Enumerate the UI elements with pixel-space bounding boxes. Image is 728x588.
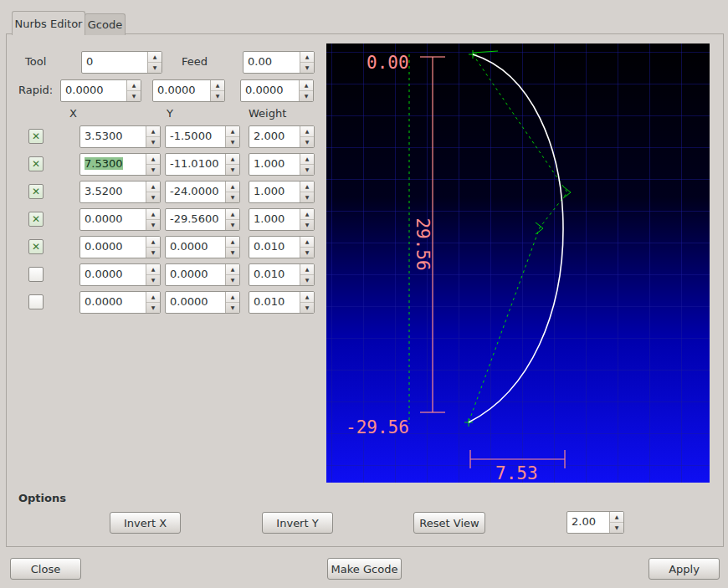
rapid-z-input[interactable]: 0.0000 ▲▼ [240, 79, 314, 102]
spin-buttons[interactable]: ▲▼ [146, 126, 160, 147]
spin-buttons[interactable]: ▲▼ [146, 264, 160, 285]
spin-up-icon[interactable]: ▲ [148, 52, 161, 63]
spin-down-icon[interactable]: ▼ [300, 275, 314, 285]
tool-input[interactable]: 0 ▲▼ [81, 51, 162, 74]
spin-buttons[interactable]: ▲▼ [225, 292, 239, 313]
feed-input[interactable]: 0.00 ▲▼ [243, 51, 315, 74]
point-x-input[interactable]: 0.0000▲▼ [79, 208, 161, 231]
spin-up-icon[interactable]: ▲ [146, 209, 160, 220]
point-y-input[interactable]: 0.0000▲▼ [165, 236, 240, 258]
point-enabled-checkbox[interactable]: ✕ [28, 156, 44, 171]
spin-down-icon[interactable]: ▼ [146, 192, 160, 202]
spin-down-icon[interactable]: ▼ [146, 220, 160, 230]
spin-down-icon[interactable]: ▼ [226, 192, 239, 202]
spin-up-icon[interactable]: ▲ [300, 264, 314, 275]
point-enabled-checkbox[interactable]: ✕ [28, 294, 44, 309]
spin-up-icon[interactable]: ▲ [127, 80, 141, 91]
spin-down-icon[interactable]: ▼ [300, 137, 314, 147]
point-weight-input[interactable]: 1.000▲▼ [249, 181, 315, 203]
point-enabled-checkbox[interactable]: ✕ [28, 239, 44, 254]
spin-buttons[interactable]: ▲▼ [300, 292, 314, 313]
spin-down-icon[interactable]: ▼ [610, 523, 623, 533]
rapid-x-spin-buttons[interactable]: ▲▼ [126, 80, 141, 101]
scale-input[interactable]: 2.00 ▲▼ [567, 511, 624, 534]
spin-buttons[interactable]: ▲▼ [225, 264, 239, 285]
point-weight-input[interactable]: 1.000▲▼ [249, 208, 315, 231]
spin-up-icon[interactable]: ▲ [300, 154, 314, 165]
spin-down-icon[interactable]: ▼ [148, 63, 161, 73]
spin-down-icon[interactable]: ▼ [226, 165, 239, 175]
point-enabled-checkbox[interactable]: ✕ [28, 212, 44, 227]
point-weight-input[interactable]: 0.010▲▼ [249, 291, 315, 314]
spin-up-icon[interactable]: ▲ [610, 512, 623, 523]
spin-buttons[interactable]: ▲▼ [146, 292, 160, 313]
point-y-input[interactable]: -11.0100▲▼ [165, 153, 240, 176]
spin-buttons[interactable]: ▲▼ [146, 209, 160, 230]
point-y-input[interactable]: -29.5600▲▼ [165, 208, 240, 231]
spin-down-icon[interactable]: ▼ [127, 91, 141, 101]
spin-down-icon[interactable]: ▼ [146, 275, 160, 285]
spin-buttons[interactable]: ▲▼ [300, 182, 314, 202]
spin-up-icon[interactable]: ▲ [146, 154, 160, 165]
point-weight-input[interactable]: 0.010▲▼ [249, 236, 315, 258]
spin-down-icon[interactable]: ▼ [226, 137, 239, 147]
feed-spin-buttons[interactable]: ▲▼ [300, 52, 314, 73]
point-y-input[interactable]: 0.0000▲▼ [165, 291, 240, 314]
rapid-z-spin-buttons[interactable]: ▲▼ [299, 80, 313, 101]
rapid-y-input[interactable]: 0.0000 ▲▼ [152, 79, 225, 102]
nurbs-preview-canvas[interactable]: 0.00 29.56 -29.56 7.53 [326, 43, 710, 483]
spin-up-icon[interactable]: ▲ [146, 237, 160, 248]
spin-up-icon[interactable]: ▲ [226, 237, 239, 248]
rapid-y-spin-buttons[interactable]: ▲▼ [210, 80, 224, 101]
spin-buttons[interactable]: ▲▼ [300, 264, 314, 285]
point-y-input[interactable]: 0.0000▲▼ [165, 263, 240, 286]
spin-down-icon[interactable]: ▼ [226, 275, 239, 285]
spin-buttons[interactable]: ▲▼ [300, 154, 314, 175]
point-y-input[interactable]: -1.5000▲▼ [165, 125, 240, 148]
point-enabled-checkbox[interactable]: ✕ [28, 267, 44, 282]
spin-buttons[interactable]: ▲▼ [225, 182, 239, 202]
spin-up-icon[interactable]: ▲ [146, 264, 160, 275]
spin-down-icon[interactable]: ▼ [300, 91, 313, 101]
point-x-input[interactable]: 0.0000▲▼ [79, 263, 161, 286]
spin-down-icon[interactable]: ▼ [300, 192, 314, 202]
point-x-input[interactable]: 3.5200▲▼ [79, 181, 161, 203]
rapid-x-input[interactable]: 0.0000 ▲▼ [60, 79, 141, 102]
spin-up-icon[interactable]: ▲ [146, 292, 160, 303]
spin-buttons[interactable]: ▲▼ [225, 154, 239, 175]
invert-y-button[interactable]: Invert Y [262, 512, 333, 534]
spin-buttons[interactable]: ▲▼ [146, 237, 160, 258]
spin-down-icon[interactable]: ▼ [226, 303, 239, 313]
spin-up-icon[interactable]: ▲ [300, 52, 314, 63]
close-button[interactable]: Close [10, 558, 81, 580]
spin-up-icon[interactable]: ▲ [300, 237, 314, 248]
spin-up-icon[interactable]: ▲ [300, 126, 314, 137]
spin-buttons[interactable]: ▲▼ [225, 237, 239, 258]
spin-buttons[interactable]: ▲▼ [225, 126, 239, 147]
scale-spin-buttons[interactable]: ▲▼ [609, 512, 623, 533]
spin-down-icon[interactable]: ▼ [211, 91, 224, 101]
spin-up-icon[interactable]: ▲ [226, 264, 239, 275]
spin-down-icon[interactable]: ▼ [300, 220, 314, 230]
reset-view-button[interactable]: Reset View [413, 512, 485, 534]
spin-up-icon[interactable]: ▲ [226, 209, 239, 220]
spin-down-icon[interactable]: ▼ [226, 248, 239, 258]
spin-down-icon[interactable]: ▼ [300, 303, 314, 313]
point-y-input[interactable]: -24.0000▲▼ [165, 181, 240, 203]
spin-up-icon[interactable]: ▲ [300, 292, 314, 303]
point-weight-input[interactable]: 0.010▲▼ [249, 263, 315, 286]
point-weight-input[interactable]: 1.000▲▼ [249, 153, 315, 176]
spin-up-icon[interactable]: ▲ [300, 209, 314, 220]
tab-nurbs-editor[interactable]: Nurbs Editor [12, 11, 85, 35]
spin-buttons[interactable]: ▲▼ [300, 237, 314, 258]
invert-x-button[interactable]: Invert X [110, 512, 181, 534]
point-enabled-checkbox[interactable]: ✕ [28, 129, 44, 144]
spin-buttons[interactable]: ▲▼ [300, 126, 314, 147]
point-x-input[interactable]: 0.0000▲▼ [79, 236, 161, 258]
spin-down-icon[interactable]: ▼ [146, 165, 160, 175]
spin-down-icon[interactable]: ▼ [300, 63, 314, 73]
point-weight-input[interactable]: 2.000▲▼ [249, 125, 315, 148]
tool-spin-buttons[interactable]: ▲▼ [147, 52, 161, 73]
spin-up-icon[interactable]: ▲ [146, 126, 160, 137]
point-enabled-checkbox[interactable]: ✕ [28, 184, 44, 199]
